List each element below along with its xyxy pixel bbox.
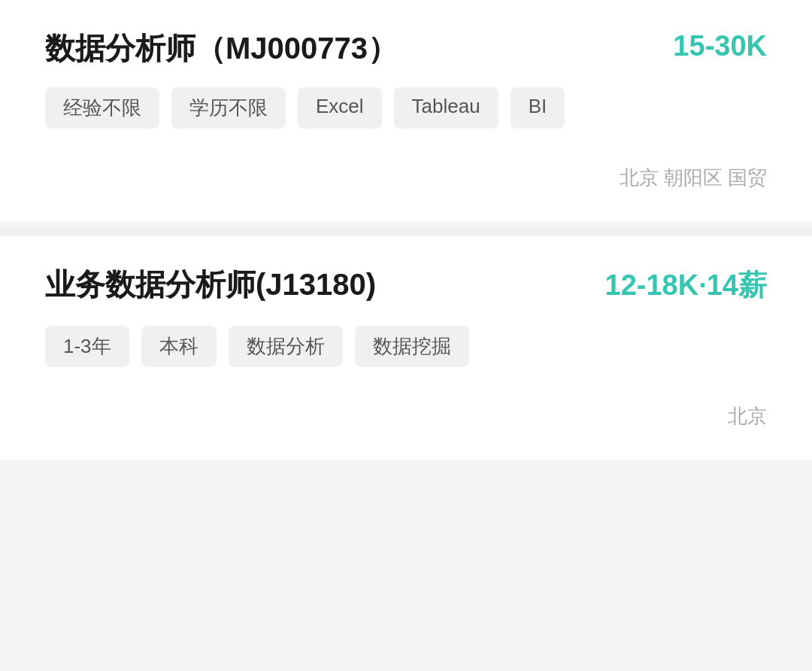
tag-经验不限: 经验不限 <box>45 87 159 129</box>
job-tags-2: 1-3年本科数据分析数据挖掘 <box>45 326 767 367</box>
job-title-1: 数据分析师（MJ000773） <box>45 30 398 66</box>
job-tags-1: 经验不限学历不限ExcelTableauBI <box>45 87 767 129</box>
tag-数据分析: 数据分析 <box>229 326 343 367</box>
divider-1 <box>0 229 812 236</box>
tag-数据挖掘: 数据挖掘 <box>355 326 469 367</box>
job-salary-2: 12-18K·14薪 <box>605 266 767 305</box>
job-salary-1: 15-30K <box>673 30 767 62</box>
job-card-1[interactable]: 数据分析师（MJ000773）15-30K经验不限学历不限ExcelTablea… <box>0 0 812 221</box>
job-location-2: 北京 <box>45 388 767 430</box>
job-card-2[interactable]: 业务数据分析师(J13180)12-18K·14薪1-3年本科数据分析数据挖掘北… <box>0 236 812 460</box>
tag-本科: 本科 <box>141 326 217 367</box>
tag-Tableau: Tableau <box>394 87 498 129</box>
job-title-2: 业务数据分析师(J13180) <box>45 266 376 302</box>
job-list: 数据分析师（MJ000773）15-30K经验不限学历不限ExcelTablea… <box>0 0 812 460</box>
tag-Excel: Excel <box>298 87 382 129</box>
tag-BI: BI <box>511 87 565 129</box>
job-header-2: 业务数据分析师(J13180)12-18K·14薪 <box>45 266 767 305</box>
job-header-1: 数据分析师（MJ000773）15-30K <box>45 30 767 66</box>
tag-1-3年: 1-3年 <box>45 326 129 367</box>
job-location-1: 北京 朝阳区 国贸 <box>45 150 767 191</box>
tag-学历不限: 学历不限 <box>171 87 286 129</box>
